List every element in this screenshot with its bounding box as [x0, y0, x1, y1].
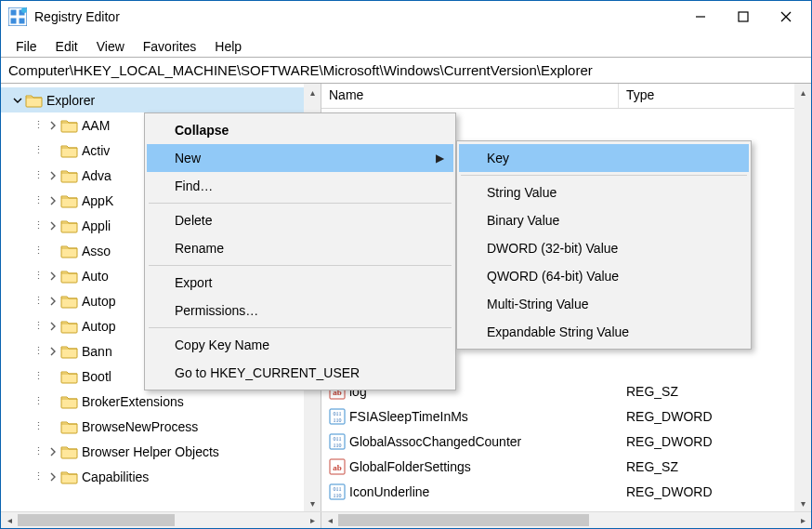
chevron-right-icon[interactable]	[46, 221, 60, 231]
ctx-new-key[interactable]: Key	[459, 144, 749, 172]
chevron-right-icon[interactable]	[46, 297, 60, 306]
menu-file[interactable]: File	[7, 33, 46, 57]
title-bar: Registry Editor	[1, 1, 811, 33]
list-vertical-scrollbar[interactable]: ▴ ▾	[794, 84, 811, 511]
tree-item-label: Asso	[82, 244, 111, 258]
tree-item-label: Activ	[82, 143, 110, 158]
tree-guide-icon: ⋮	[33, 194, 46, 206]
chevron-right-icon[interactable]	[46, 347, 60, 356]
menu-bar: File Edit View Favorites Help	[1, 33, 811, 57]
ctx-new-qword[interactable]: QWORD (64-bit) Value	[459, 262, 749, 290]
ctx-new-dword[interactable]: DWORD (32-bit) Value	[459, 234, 749, 262]
list-row[interactable]: FSIASleepTimeInMsREG_DWORD	[321, 403, 811, 429]
folder-icon	[60, 469, 78, 484]
chevron-right-icon[interactable]	[46, 121, 60, 130]
scroll-right-icon[interactable]: ▸	[304, 512, 321, 528]
ctx-new-multistring[interactable]: Multi-String Value	[459, 290, 749, 318]
maximize-button[interactable]	[722, 3, 765, 31]
ctx-delete[interactable]: Delete	[147, 206, 453, 234]
ctx-rename[interactable]: Rename	[147, 234, 453, 262]
window-title: Registry Editor	[34, 9, 120, 24]
reg-binary-icon	[329, 408, 346, 425]
value-name: GlobalAssocChangedCounter	[349, 434, 521, 449]
tree-item[interactable]: ⋮BrokerExtensions	[1, 389, 321, 414]
ctx-find[interactable]: Find…	[147, 172, 453, 200]
reg-binary-icon	[329, 433, 346, 450]
address-input[interactable]	[7, 61, 805, 79]
column-type[interactable]: Type	[619, 84, 811, 108]
close-button[interactable]	[765, 3, 807, 31]
folder-icon	[60, 419, 78, 434]
chevron-right-icon[interactable]	[46, 472, 60, 482]
folder-icon	[60, 168, 78, 183]
list-row[interactable]: IconUnderlineREG_DWORD	[321, 479, 811, 504]
ctx-new-binary[interactable]: Binary Value	[459, 206, 749, 234]
menu-help[interactable]: Help	[205, 33, 251, 57]
ctx-new-expandstring[interactable]: Expandable String Value	[459, 318, 749, 346]
tree-item[interactable]: Explorer	[1, 87, 321, 112]
tree-item[interactable]: ⋮Capabilities	[1, 464, 321, 489]
menu-favorites[interactable]: Favorites	[134, 33, 206, 57]
tree-guide-icon: ⋮	[33, 219, 46, 231]
tree-item-label: Autop	[82, 294, 116, 309]
ctx-collapse[interactable]: Collapse	[147, 116, 453, 144]
chevron-down-icon[interactable]	[10, 96, 25, 105]
tree-item-label: AppK	[82, 193, 113, 208]
ctx-separator	[461, 175, 747, 176]
tree-item-label: Capabilities	[82, 469, 149, 484]
scroll-right-icon[interactable]: ▸	[794, 512, 811, 528]
scroll-up-icon[interactable]: ▴	[794, 84, 811, 100]
folder-icon	[60, 143, 78, 158]
scroll-down-icon[interactable]: ▾	[304, 495, 321, 511]
chevron-right-icon[interactable]	[46, 196, 60, 205]
column-name[interactable]: Name	[321, 84, 619, 108]
list-row[interactable]: GlobalAssocChangedCounterREG_DWORD	[321, 429, 811, 454]
tree-guide-icon: ⋮	[33, 144, 46, 156]
ctx-copy-key-name[interactable]: Copy Key Name	[147, 331, 453, 359]
ctx-goto-hkcu[interactable]: Go to HKEY_CURRENT_USER	[147, 359, 453, 387]
list-row[interactable]: GlobalFolderSettingsREG_SZ	[321, 454, 811, 479]
ctx-export[interactable]: Export	[147, 269, 453, 297]
tree-item[interactable]: ⋮Browser Helper Objects	[1, 439, 321, 464]
folder-icon	[60, 369, 78, 384]
ctx-separator	[149, 203, 452, 204]
list-horizontal-scrollbar[interactable]: ◂ ▸	[321, 512, 811, 528]
tree-guide-icon: ⋮	[33, 245, 46, 257]
value-name: GlobalFolderSettings	[349, 459, 471, 474]
tree-item-label: Bootl	[82, 369, 111, 384]
ctx-permissions[interactable]: Permissions…	[147, 297, 453, 324]
tree-guide-icon: ⋮	[33, 420, 46, 432]
minimize-button[interactable]	[679, 3, 722, 31]
chevron-right-icon[interactable]	[46, 322, 60, 331]
chevron-right-icon[interactable]	[46, 447, 60, 456]
tree-item[interactable]: ⋮BrowseNewProcess	[1, 414, 321, 439]
tree-item-label: Auto	[82, 269, 109, 284]
value-type: REG_SZ	[619, 459, 811, 474]
menu-edit[interactable]: Edit	[46, 33, 87, 57]
tree-item-label: Browser Helper Objects	[82, 444, 219, 459]
scroll-down-icon[interactable]: ▾	[794, 495, 811, 511]
context-submenu-new[interactable]: Key String Value Binary Value DWORD (32-…	[456, 140, 752, 350]
ctx-new-label: New	[175, 151, 201, 165]
value-type: REG_SZ	[619, 384, 811, 399]
tree-guide-icon: ⋮	[33, 445, 46, 457]
scroll-up-icon[interactable]: ▴	[304, 84, 321, 100]
folder-icon	[60, 193, 78, 208]
folder-icon	[60, 118, 78, 133]
svg-rect-12	[739, 12, 748, 21]
tree-guide-icon: ⋮	[33, 320, 46, 332]
ctx-new[interactable]: New ▶	[147, 144, 453, 172]
reg-binary-icon	[329, 483, 346, 500]
tree-horizontal-scrollbar[interactable]: ◂ ▸	[1, 512, 321, 528]
folder-icon	[60, 218, 78, 233]
context-menu[interactable]: Collapse New ▶ Find… Delete Rename Expor…	[144, 112, 456, 390]
chevron-right-icon[interactable]	[46, 271, 60, 281]
value-name: IconUnderline	[349, 484, 429, 499]
scroll-left-icon[interactable]: ◂	[321, 512, 338, 528]
folder-icon	[60, 444, 78, 459]
scroll-left-icon[interactable]: ◂	[1, 512, 18, 528]
menu-view[interactable]: View	[87, 33, 134, 57]
ctx-new-string[interactable]: String Value	[459, 179, 749, 206]
tree-item-label: BrokerExtensions	[82, 394, 184, 409]
chevron-right-icon[interactable]	[46, 171, 60, 180]
